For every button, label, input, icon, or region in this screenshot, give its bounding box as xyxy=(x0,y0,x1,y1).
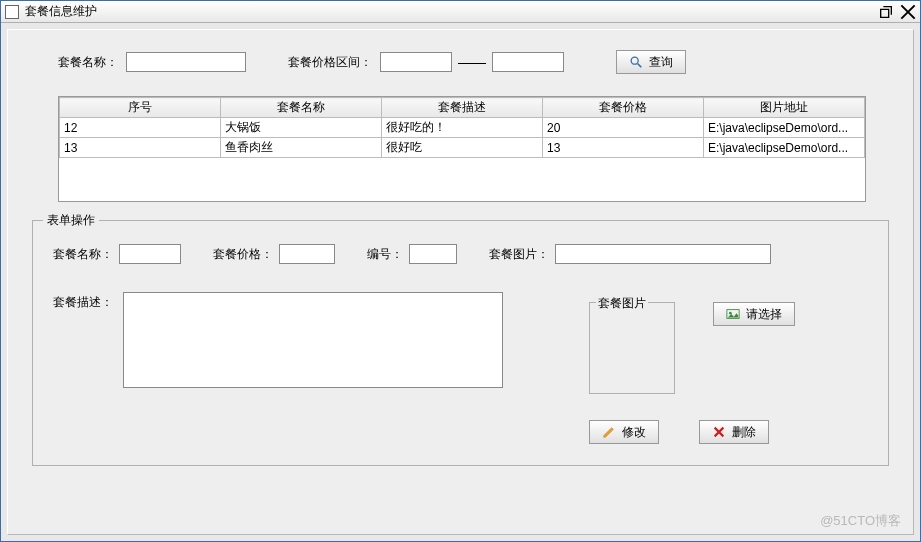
table-row[interactable]: 12 大锅饭 很好吃的！ 20 E:\java\eclipseDemo\ord.… xyxy=(60,118,865,138)
col-imgpath[interactable]: 图片地址 xyxy=(704,98,865,118)
form-image-input[interactable] xyxy=(555,244,771,264)
search-icon xyxy=(629,55,643,69)
form-name-input[interactable] xyxy=(119,244,181,264)
watermark: @51CTO博客 xyxy=(820,512,901,530)
search-name-label: 套餐名称： xyxy=(58,54,118,71)
range-dash: —— xyxy=(458,54,486,70)
search-range-from-input[interactable] xyxy=(380,52,452,72)
image-preview-title: 套餐图片 xyxy=(596,295,648,312)
close-icon[interactable] xyxy=(900,5,916,19)
data-table[interactable]: 序号 套餐名称 套餐描述 套餐价格 图片地址 12 大锅饭 很好吃的！ 20 E… xyxy=(58,96,866,202)
form-id-input[interactable] xyxy=(409,244,457,264)
form-group-title: 表单操作 xyxy=(43,212,99,229)
restore-icon[interactable] xyxy=(878,5,894,19)
col-price[interactable]: 套餐价格 xyxy=(543,98,704,118)
image-icon xyxy=(726,307,740,321)
form-image-label: 套餐图片： xyxy=(489,246,549,263)
titlebar: 套餐信息维护 xyxy=(1,1,920,23)
search-range-label: 套餐价格区间： xyxy=(288,54,372,71)
modify-button[interactable]: 修改 xyxy=(589,420,659,444)
delete-button[interactable]: 删除 xyxy=(699,420,769,444)
action-row: 修改 删除 xyxy=(589,420,769,444)
form-desc-input[interactable] xyxy=(123,292,503,388)
col-desc[interactable]: 套餐描述 xyxy=(382,98,543,118)
window-icon xyxy=(5,5,19,19)
table-row[interactable]: 13 鱼香肉丝 很好吃 13 E:\java\eclipseDemo\ord..… xyxy=(60,138,865,158)
search-name-input[interactable] xyxy=(126,52,246,72)
form-price-label: 套餐价格： xyxy=(213,246,273,263)
search-range-to-input[interactable] xyxy=(492,52,564,72)
svg-line-1 xyxy=(638,64,642,68)
form-group: 表单操作 套餐名称： 套餐价格： 编号： 套餐图片： 套餐描述： 套餐图片 xyxy=(32,220,889,466)
choose-button[interactable]: 请选择 xyxy=(713,302,795,326)
window-controls xyxy=(878,5,916,19)
svg-point-0 xyxy=(631,57,638,64)
pencil-icon xyxy=(602,425,616,439)
window-title: 套餐信息维护 xyxy=(25,3,878,20)
form-desc-label: 套餐描述： xyxy=(53,292,113,311)
form-price-input[interactable] xyxy=(279,244,335,264)
form-name-label: 套餐名称： xyxy=(53,246,113,263)
x-icon xyxy=(712,425,726,439)
client-area: 套餐名称： 套餐价格区间： —— 查询 序号 套餐名称 套餐描述 xyxy=(7,29,914,535)
col-name[interactable]: 套餐名称 xyxy=(221,98,382,118)
query-button[interactable]: 查询 xyxy=(616,50,686,74)
col-id[interactable]: 序号 xyxy=(60,98,221,118)
window: 套餐信息维护 套餐名称： 套餐价格区间： —— 查询 xyxy=(0,0,921,542)
svg-point-3 xyxy=(729,312,732,315)
search-row: 套餐名称： 套餐价格区间： —— 查询 xyxy=(58,50,889,74)
form-id-label: 编号： xyxy=(367,246,403,263)
form-row: 套餐名称： 套餐价格： 编号： 套餐图片： xyxy=(53,244,868,264)
image-preview-group: 套餐图片 xyxy=(589,302,675,394)
